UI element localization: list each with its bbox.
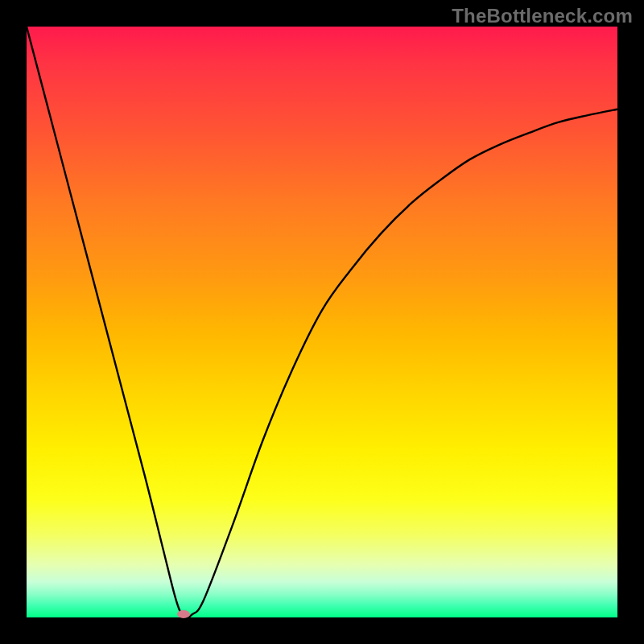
minimum-marker bbox=[177, 610, 190, 618]
plot-area bbox=[27, 27, 617, 617]
watermark-text: TheBottleneck.com bbox=[452, 5, 633, 27]
chart-frame: TheBottleneck.com bbox=[0, 0, 644, 644]
bottleneck-curve bbox=[27, 27, 617, 617]
curve-layer bbox=[27, 27, 617, 617]
